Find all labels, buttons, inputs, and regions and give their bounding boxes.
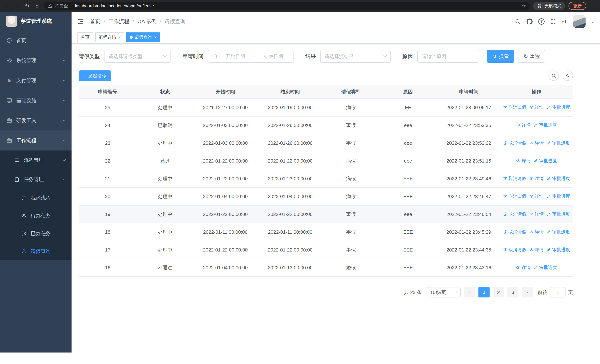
breadcrumb: 首页 / 工作流程 / OA 示例 / 请假查询 <box>90 18 509 25</box>
approval-progress-link[interactable]: 审批进度 <box>547 176 570 181</box>
close-icon[interactable]: × <box>118 35 121 39</box>
approval-progress-link[interactable]: 审批进度 <box>547 193 570 199</box>
sidebar-item-devtools[interactable]: 研发工具 <box>0 111 72 131</box>
cancel-leave-link[interactable]: 取消请假 <box>503 176 526 181</box>
page-size-select[interactable]: 10条/页 <box>427 287 461 298</box>
tab-leave-query[interactable]: 请假查询 × <box>126 32 160 42</box>
reload-icon[interactable]: ↻ <box>24 3 30 9</box>
font-size-icon[interactable]: TT <box>562 19 567 24</box>
sidebar-item-home[interactable]: 首页 <box>0 30 72 50</box>
eye-icon <box>529 176 534 181</box>
table-row[interactable]: 22通过2022-01-22 00:00:002022-01-22 00:00:… <box>79 152 573 170</box>
home-icon[interactable]: ⌂ <box>34 3 40 9</box>
approval-progress-link[interactable]: 审批进度 <box>547 247 570 253</box>
date-range-picker[interactable]: 开始日期 - 结束日期 <box>208 50 293 63</box>
toggle-search-button[interactable] <box>548 70 559 81</box>
table-row[interactable]: 23处理中2022-01-03 00:00:002022-01-26 00:00… <box>79 134 573 152</box>
goto-page-input[interactable] <box>550 287 565 298</box>
approval-progress-link[interactable]: 审批进度 <box>534 158 557 164</box>
next-page-button[interactable]: › <box>522 287 533 298</box>
sidebar-item-process-management[interactable]: 流程管理 <box>0 150 72 170</box>
approval-progress-link[interactable]: 审批进度 <box>534 264 557 271</box>
table-row[interactable]: 25处理中2021-12-27 00:00:002022-01-19 00:00… <box>79 99 573 116</box>
cancel-leave-link[interactable]: 取消请假 <box>503 193 526 199</box>
result-select[interactable]: 请选择流结果 <box>320 50 391 63</box>
cancel-leave-link[interactable]: 取消请假 <box>503 229 526 235</box>
sidebar-item-infrastructure[interactable]: 基础设施 <box>0 90 72 111</box>
fullscreen-icon[interactable] <box>550 19 556 24</box>
select-placeholder: 请选择流结果 <box>325 53 384 60</box>
tab-home[interactable]: 首页 <box>77 32 93 42</box>
page-button-3[interactable]: 3 <box>507 287 518 298</box>
app-logo[interactable]: 芋道管理系统 <box>0 12 72 30</box>
github-icon[interactable] <box>526 18 533 25</box>
sidebar-item-task-management[interactable]: 任务管理 <box>0 170 72 189</box>
cancel-leave-link[interactable]: 取消请假 <box>503 140 526 146</box>
address-bar[interactable]: 不安全 dashboard.yudao.iocoder.cn/bpm/oa/le… <box>44 2 530 10</box>
create-leave-button[interactable]: + 发起请假 <box>79 70 111 81</box>
sidebar-item-system[interactable]: 系统管理 <box>0 50 72 70</box>
table-row[interactable]: 19处理中2022-01-22 00:00:002022-01-22 00:00… <box>79 205 573 223</box>
browser-update-button[interactable]: 更新 <box>569 2 586 10</box>
approval-progress-link[interactable]: 审批进度 <box>547 229 570 235</box>
breadcrumb-oa-example[interactable]: OA 示例 <box>138 18 157 25</box>
table-row[interactable]: 16不通过2022-01-04 00:00:002022-01-13 00:00… <box>79 259 573 277</box>
detail-link[interactable]: 详情 <box>529 104 544 110</box>
approval-progress-link[interactable]: 审批进度 <box>534 122 557 128</box>
detail-link[interactable]: 详情 <box>516 158 531 164</box>
page-button-2[interactable]: 2 <box>493 287 504 298</box>
table-row[interactable]: 18处理中2022-01-11 00:00:002022-01-11 00:00… <box>79 223 573 241</box>
leave-type-select[interactable]: 请选择请假类型 <box>104 50 171 63</box>
detail-link[interactable]: 详情 <box>516 122 531 128</box>
search-button[interactable]: 搜索 <box>487 50 514 63</box>
refresh-table-button[interactable]: ↻ <box>562 70 573 81</box>
cancel-leave-link[interactable]: 取消请假 <box>503 247 526 253</box>
help-icon[interactable]: ? <box>538 18 544 25</box>
browser-chrome: ← → ↻ ⌂ 不安全 dashboard.yudao.iocoder.cn/b… <box>0 0 600 12</box>
detail-link[interactable]: 详情 <box>529 140 544 146</box>
user-avatar[interactable] <box>573 15 586 28</box>
menu-fold-icon[interactable] <box>77 18 84 25</box>
incognito-label: 无痕模式 <box>544 3 562 9</box>
back-icon[interactable]: ← <box>4 3 10 9</box>
table-row[interactable]: 17处理中2022-01-22 00:00:002022-01-22 00:00… <box>79 241 573 259</box>
sidebar-item-leave-query[interactable]: 请假查询 <box>0 243 72 260</box>
avatar-caret-icon[interactable] <box>591 22 594 25</box>
detail-link[interactable]: 详情 <box>516 264 531 271</box>
browser-menu-icon[interactable]: ⋮ <box>590 3 596 9</box>
sidebar-item-my-processes[interactable]: 我的流程 <box>0 189 72 207</box>
table-row[interactable]: 20处理中2022-01-04 00:00:002022-01-04 00:00… <box>79 187 573 205</box>
approval-progress-link[interactable]: 审批进度 <box>547 104 570 110</box>
detail-link[interactable]: 详情 <box>529 176 544 181</box>
cell-type: 事假 <box>324 116 378 134</box>
reset-button[interactable]: ↻ 重置 <box>518 50 545 63</box>
edit-icon <box>547 105 551 110</box>
page-button-1[interactable]: 1 <box>478 287 489 298</box>
forward-icon[interactable]: → <box>14 3 20 9</box>
detail-link[interactable]: 详情 <box>529 229 544 235</box>
cancel-leave-link[interactable]: 取消请假 <box>503 211 526 217</box>
detail-link[interactable]: 详情 <box>529 193 544 199</box>
chevron-down-icon <box>63 78 66 82</box>
tab-process-detail[interactable]: 流程详情 × <box>95 32 124 42</box>
breadcrumb-workflow[interactable]: 工作流程 <box>109 18 129 25</box>
close-icon[interactable]: × <box>154 35 157 39</box>
sidebar-item-workflow[interactable]: 工作流程 <box>0 131 72 150</box>
search-icon[interactable] <box>515 18 521 25</box>
briefcase-icon <box>6 138 12 143</box>
bookmark-star-icon[interactable]: ☆ <box>522 3 526 9</box>
table-row[interactable]: 24已取消2022-01-03 00:00:002022-01-26 00:00… <box>79 116 573 134</box>
cancel-leave-link[interactable]: 取消请假 <box>503 104 526 110</box>
sidebar-item-payment[interactable]: ¥ 支付管理 <box>0 70 72 90</box>
sidebar-item-done-tasks[interactable]: 已办任务 <box>0 225 72 243</box>
reason-input[interactable] <box>417 50 479 63</box>
detail-link[interactable]: 详情 <box>529 247 544 253</box>
breadcrumb-home[interactable]: 首页 <box>90 18 100 25</box>
table-row[interactable]: 21处理中2022-01-22 00:00:002022-01-23 00:00… <box>79 170 573 187</box>
chevron-up-icon <box>63 140 66 143</box>
approval-progress-link[interactable]: 审批进度 <box>547 140 570 146</box>
approval-progress-link[interactable]: 审批进度 <box>547 211 570 217</box>
sidebar-item-pending-tasks[interactable]: 待办任务 <box>0 207 72 225</box>
detail-link[interactable]: 详情 <box>529 211 544 217</box>
prev-page-button[interactable]: ‹ <box>464 287 475 298</box>
